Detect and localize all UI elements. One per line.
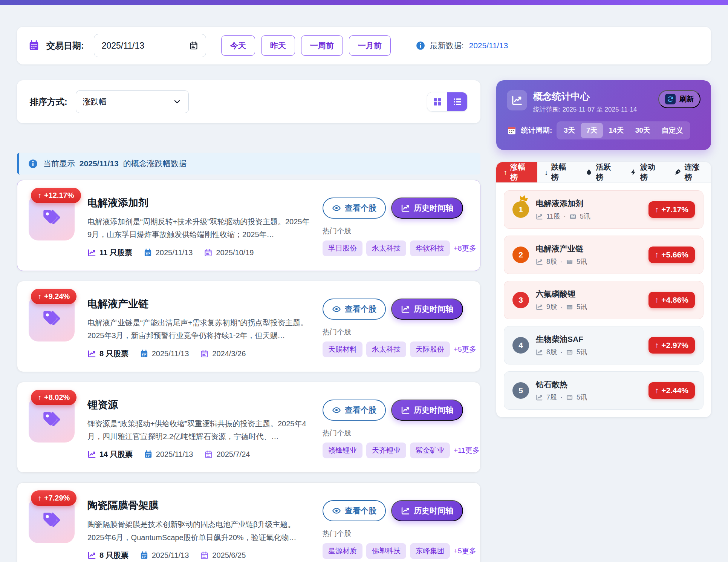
news-icon <box>566 303 573 311</box>
period-7d-button[interactable]: 7天 <box>581 123 603 138</box>
tags-icon <box>40 308 63 329</box>
stock-chip[interactable]: 紫金矿业 <box>410 443 450 458</box>
calendar-outline-icon <box>204 450 213 459</box>
chart-icon <box>87 349 96 358</box>
calendar-icon <box>144 248 152 257</box>
news-icon <box>566 258 573 265</box>
rank-item[interactable]: 3 六氟磷酸锂 9股· 5讯 ↑ +4.86% <box>504 281 704 319</box>
view-stocks-button[interactable]: 查看个股 <box>323 500 386 521</box>
stock-chip[interactable]: 天齐锂业 <box>366 443 406 458</box>
date-toolbar: 交易日期: 2025/11/13 今天 昨天 一周前 一月前 最新数据: 202… <box>17 27 711 64</box>
stock-chip[interactable]: 星源材质 <box>323 543 362 559</box>
view-stocks-button[interactable]: 查看个股 <box>323 400 386 421</box>
rank-item[interactable]: 4 生物柴油SAF 8股· 5讯 ↑ +2.97% <box>504 326 704 364</box>
period-30d-button[interactable]: 30天 <box>630 123 656 138</box>
chart-icon <box>511 95 523 106</box>
down-arrow-icon: ↓ <box>544 168 548 177</box>
refresh-icon <box>665 94 676 104</box>
concept-title: 陶瓷隔膜骨架膜 <box>87 499 310 512</box>
stock-chip[interactable]: 佛塑科技 <box>366 543 406 559</box>
ranking-list: 1 电解液添加剂 11股· 5讯 ↑ +7.17% <box>496 183 711 417</box>
rank-item[interactable]: 2 电解液产业链 8股· 5讯 ↑ +5.66% <box>504 236 704 274</box>
concept-card: ↑ +9.24% 电解液产业链 电解液产业链是“产能出清尾声+需求复苏初期”的拐… <box>17 281 480 372</box>
update-date: 2025/11/13 <box>140 349 189 358</box>
period-14d-button[interactable]: 14天 <box>603 123 629 138</box>
banner-text: 当前显示 2025/11/13 的概念涨跌幅数据 <box>43 158 187 169</box>
create-date: 2025/6/25 <box>200 551 246 560</box>
history-timeline-button[interactable]: 历史时间轴 <box>391 198 463 219</box>
list-view-button[interactable] <box>447 92 467 111</box>
latest-data-note: 最新数据: 2025/11/13 <box>416 40 508 51</box>
rank-number: 1 <box>512 201 529 218</box>
up-arrow-icon: ↑ <box>655 341 659 350</box>
top-accent-bar <box>0 0 728 5</box>
ranking-panel: ↑ 涨幅榜 ↓ 跌幅榜 活跃榜 波动榜 连涨榜 <box>496 162 711 417</box>
history-timeline-button[interactable]: 历史时间轴 <box>391 400 463 421</box>
stock-chip[interactable]: 天赐材料 <box>323 341 362 357</box>
month-ago-button[interactable]: 一月前 <box>349 35 391 56</box>
eye-icon <box>332 406 341 415</box>
more-stocks-link[interactable]: +5更多 <box>454 546 476 556</box>
eye-icon <box>332 204 341 213</box>
period-3d-button[interactable]: 3天 <box>558 123 581 138</box>
calendar-outline-icon <box>200 551 209 560</box>
up-arrow-icon: ↑ <box>503 168 507 177</box>
stats-panel-title: 概念统计中心 <box>533 90 637 103</box>
stats-range: 统计范围: 2025-11-07 至 2025-11-14 <box>533 105 637 114</box>
change-badge: ↑ +8.02% <box>31 390 76 405</box>
concept-title: 电解液产业链 <box>87 297 310 311</box>
more-stocks-link[interactable]: +8更多 <box>454 243 476 253</box>
stats-icon-tile <box>507 90 527 110</box>
stock-chip[interactable]: 天际股份 <box>410 341 450 357</box>
calendar-outline-icon <box>200 349 209 358</box>
sort-label: 排序方式: <box>30 96 67 108</box>
concept-card: ↑ +12.17% 电解液添加剂 电解液添加剂是“周期反转+技术升级”双轮驱动的… <box>17 180 480 271</box>
rank-item[interactable]: 1 电解液添加剂 11股· 5讯 ↑ +7.17% <box>504 190 704 229</box>
latest-data-label: 最新数据: <box>430 40 464 51</box>
rank-item[interactable]: 5 钻石散热 7股· 5讯 ↑ +2.44% <box>504 371 704 410</box>
more-stocks-link[interactable]: +5更多 <box>454 345 476 354</box>
stock-chip[interactable]: 赣锋锂业 <box>323 443 362 458</box>
up-arrow-icon: ↑ <box>655 250 659 259</box>
rank-name: 生物柴油SAF <box>536 334 587 345</box>
today-button[interactable]: 今天 <box>221 35 255 56</box>
refresh-button[interactable]: 刷新 <box>658 90 700 108</box>
tab-gainers[interactable]: ↑ 涨幅榜 <box>496 162 537 182</box>
view-stocks-button[interactable]: 查看个股 <box>323 299 386 320</box>
history-timeline-button[interactable]: 历史时间轴 <box>391 500 463 521</box>
view-stocks-button[interactable]: 查看个股 <box>323 198 386 219</box>
more-stocks-link[interactable]: +11更多 <box>454 446 480 455</box>
up-arrow-icon: ↑ <box>655 205 659 214</box>
tab-streak[interactable]: 连涨榜 <box>667 162 711 182</box>
period-custom-button[interactable]: 自定义 <box>656 123 689 138</box>
history-timeline-button[interactable]: 历史时间轴 <box>391 299 463 320</box>
update-date: 2025/11/13 <box>144 248 193 257</box>
rank-name: 钻石散热 <box>536 379 587 390</box>
stock-count: 8 只股票 <box>87 550 128 560</box>
chart-icon <box>536 303 543 311</box>
sort-select[interactable]: 涨跌幅 <box>76 90 189 113</box>
yesterday-button[interactable]: 昨天 <box>261 35 295 56</box>
grid-view-button[interactable] <box>427 92 447 111</box>
tab-active[interactable]: 活跃榜 <box>578 162 622 182</box>
calendar-icon <box>507 126 517 135</box>
hot-stocks-label: 热门个股 <box>323 226 469 236</box>
crown-icon <box>518 192 530 204</box>
week-ago-button[interactable]: 一周前 <box>301 35 343 56</box>
rank-change-badge: ↑ +2.44% <box>648 382 695 399</box>
stock-chip[interactable]: 华软科技 <box>410 240 450 256</box>
tab-losers[interactable]: ↓ 跌幅榜 <box>537 162 578 182</box>
stock-chip[interactable]: 永太科技 <box>366 240 406 256</box>
current-display-banner: 当前显示 2025/11/13 的概念涨跌幅数据 <box>17 153 480 175</box>
stock-chip[interactable]: 永太科技 <box>366 341 406 357</box>
tags-icon <box>40 207 63 228</box>
trade-date-input[interactable]: 2025/11/13 <box>94 34 206 57</box>
banner-date: 2025/11/13 <box>80 159 119 168</box>
tab-volatility[interactable]: 波动榜 <box>622 162 667 182</box>
concept-description: 电解液产业链是“产能出清尾声+需求复苏初期”的拐点型投资主题。2025年3月，新… <box>87 316 310 342</box>
rank-number: 2 <box>512 247 529 263</box>
stock-chip[interactable]: 孚日股份 <box>323 240 362 256</box>
change-badge: ↑ +12.17% <box>31 188 81 203</box>
stock-chip[interactable]: 东峰集团 <box>410 543 450 559</box>
date-picker-icon[interactable] <box>189 41 198 50</box>
